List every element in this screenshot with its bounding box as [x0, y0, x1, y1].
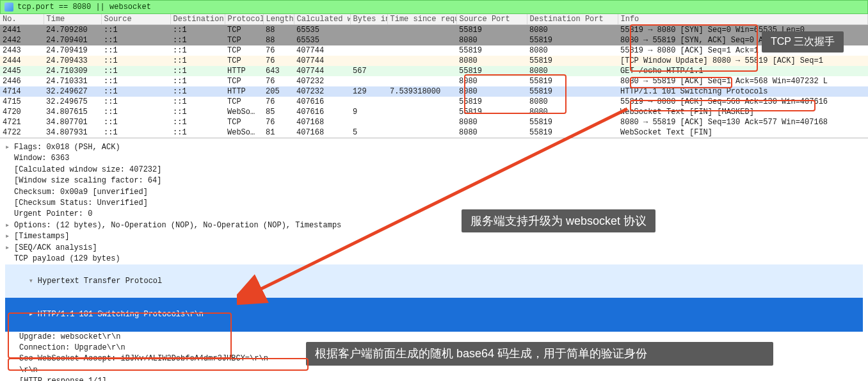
detail-line[interactable]: Checksum: 0x00a9 [unverified]: [5, 187, 863, 198]
table-row[interactable]: 244424.709433::1::1TCP76407744808055819[…: [0, 56, 868, 66]
display-filter-bar[interactable]: [0, 0, 868, 14]
cell-src: ::1: [101, 45, 170, 56]
detail-line[interactable]: ▸Flags: 0x018 (PSH, ACK): [5, 142, 863, 153]
col-no[interactable]: No.: [0, 14, 44, 25]
cell-no: 4721: [0, 117, 44, 127]
http-section-header[interactable]: ▾Hypertext Transfer Protocol: [5, 264, 863, 298]
expand-caret-icon[interactable]: ▸: [5, 243, 14, 254]
http-header-line[interactable]: Upgrade: websocket\r\n: [5, 332, 863, 343]
table-row[interactable]: 244624.710331::1::1TCP764072328080558198…: [0, 76, 868, 86]
cell-tsreq: 7.539318000: [387, 86, 456, 97]
expand-caret-icon[interactable]: ▸: [5, 142, 14, 153]
cell-bytes: 129: [350, 86, 387, 97]
col-time[interactable]: Time: [44, 14, 101, 25]
col-source[interactable]: Source: [101, 14, 170, 25]
cell-tsreq: [387, 45, 456, 56]
detail-text: TCP payload (129 bytes): [14, 254, 120, 263]
cell-sport: 55819: [456, 97, 527, 107]
col-source-port[interactable]: Source Port: [456, 14, 527, 25]
spacer: [5, 198, 14, 209]
detail-line[interactable]: [Calculated window size: 407232]: [5, 165, 863, 175]
detail-line[interactable]: ▸[SEQ/ACK analysis]: [5, 243, 863, 254]
detail-line[interactable]: ▸Options: (12 bytes), No-Operation (NOP)…: [5, 220, 863, 231]
detail-line[interactable]: ▸[Timestamps]: [5, 231, 863, 242]
cell-tsreq: [387, 25, 456, 36]
http-header-line[interactable]: \r\n: [5, 365, 863, 376]
cell-src: ::1: [101, 25, 170, 36]
cell-len: 76: [263, 76, 294, 86]
col-destination-port[interactable]: Destination Port: [527, 14, 618, 25]
cell-info: [TCP Window Update] 8080 → 55819 [ACK] S…: [618, 56, 868, 66]
expand-caret-icon[interactable]: ▸: [5, 220, 14, 231]
cell-dport: 55819: [527, 127, 618, 138]
http-status-line[interactable]: ▸HTTP/1.1 101 Switching Protocols\r\n: [5, 298, 863, 331]
cell-sport: 55819: [456, 107, 527, 117]
table-row[interactable]: 471432.249627::1::1HTTP2054072321297.539…: [0, 86, 868, 97]
table-row[interactable]: 244224.709401::1::1TCP886553580805581980…: [0, 35, 868, 45]
cell-dst: ::1: [170, 66, 225, 76]
detail-line[interactable]: [Window size scaling factor: 64]: [5, 175, 863, 186]
cell-src: ::1: [101, 56, 170, 66]
spacer: [5, 254, 14, 264]
packet-list-table[interactable]: No. Time Source Destination Protocol Len…: [0, 14, 868, 138]
cell-no: 2441: [0, 25, 44, 36]
col-time-since-request[interactable]: Time since requ: [387, 14, 456, 25]
cell-time: 34.807615: [44, 107, 101, 117]
col-protocol[interactable]: Protocol: [225, 14, 263, 25]
http-header-line[interactable]: [HTTP response 1/1]: [5, 376, 863, 381]
detail-text: [Window size scaling factor: 64]: [14, 176, 161, 185]
cell-dport: 8080: [527, 107, 618, 117]
cell-proto: TCP: [225, 76, 263, 86]
cell-sport: 55819: [456, 66, 527, 76]
cell-sport: 8080: [456, 76, 527, 86]
spacer: [5, 187, 14, 198]
col-destination[interactable]: Destination: [170, 14, 225, 25]
table-row[interactable]: 244524.710309::1::1HTTP64340774456755819…: [0, 66, 868, 76]
detail-text: Window: 6363: [14, 154, 69, 163]
table-row[interactable]: 244324.709419::1::1TCP764077445581980805…: [0, 45, 868, 56]
cell-len: 643: [263, 66, 294, 76]
table-row[interactable]: 472034.807615::1::1WebSo…854076169558198…: [0, 107, 868, 117]
cell-info: 8080 → 55819 [ACK] Seq=130 Ack=577 Win=4…: [618, 117, 868, 127]
display-filter-input[interactable]: [17, 3, 864, 12]
detail-line[interactable]: Window: 6363: [5, 153, 863, 164]
cell-no: 2442: [0, 35, 44, 45]
col-bytes-in-flight[interactable]: Bytes in f: [350, 14, 387, 25]
table-row[interactable]: 471532.249675::1::1TCP764076165581980805…: [0, 97, 868, 107]
cell-dport: 8080: [527, 97, 618, 107]
cell-len: 88: [263, 35, 294, 45]
cell-len: 81: [263, 127, 294, 138]
cell-calc: 407232: [294, 76, 350, 86]
cell-tsreq: [387, 76, 456, 86]
expand-caret-icon[interactable]: ▸: [5, 231, 14, 242]
col-calc-window[interactable]: Calculated w: [294, 14, 350, 25]
cell-src: ::1: [101, 97, 170, 107]
cell-bytes: [350, 35, 387, 45]
table-row[interactable]: 244124.709280::1::1TCP886553555819808055…: [0, 25, 868, 36]
cell-dport: 8080: [527, 25, 618, 36]
col-info[interactable]: Info: [618, 14, 868, 25]
cell-no: 4715: [0, 97, 44, 107]
cell-tsreq: [387, 56, 456, 66]
table-row[interactable]: 472134.807701::1::1TCP764071688080558198…: [0, 117, 868, 127]
cell-proto: TCP: [225, 117, 263, 127]
cell-time: 32.249675: [44, 97, 101, 107]
cell-tsreq: [387, 97, 456, 107]
table-row[interactable]: 472234.807931::1::1WebSo…814071685808055…: [0, 127, 868, 138]
spacer: [5, 209, 14, 220]
cell-proto: WebSo…: [225, 107, 263, 117]
detail-text: [SEQ/ACK analysis]: [14, 243, 97, 252]
cell-proto: TCP: [225, 25, 263, 36]
spacer: [5, 175, 14, 186]
col-length[interactable]: Length: [263, 14, 294, 25]
detail-line[interactable]: [Checksum Status: Unverified]: [5, 198, 863, 209]
cell-bytes: [350, 56, 387, 66]
detail-line[interactable]: Urgent Pointer: 0: [5, 209, 863, 220]
cell-len: 76: [263, 117, 294, 127]
cell-info: 8080 → 55819 [ACK] Seq=1 Ack=568 Win=407…: [618, 76, 868, 86]
cell-time: 24.709419: [44, 45, 101, 56]
cell-proto: HTTP: [225, 86, 263, 97]
cell-bytes: 567: [350, 66, 387, 76]
cell-time: 34.807701: [44, 117, 101, 127]
detail-line[interactable]: TCP payload (129 bytes): [5, 254, 863, 264]
